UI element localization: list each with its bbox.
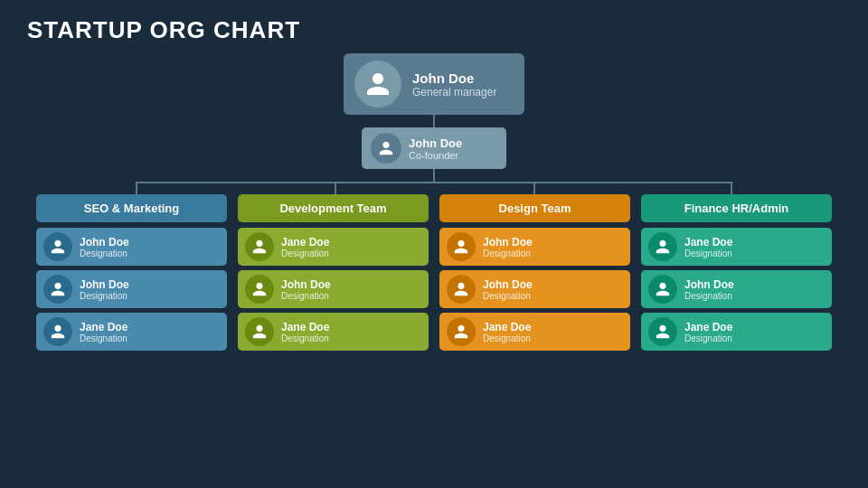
- emp-name-seo-0: John Doe: [80, 236, 129, 249]
- emp-icon-seo-1: [50, 281, 66, 297]
- person-icon-sm: [378, 140, 394, 156]
- dept-header-seo: SEO & Marketing: [36, 194, 227, 222]
- emp-name-seo-2: Jane Doe: [80, 321, 127, 333]
- emp-text-finance-1: John Doe Designation: [684, 278, 734, 301]
- second-node-text: John Doe Co-founder: [409, 136, 462, 161]
- emp-desig-dev-1: Designation: [281, 291, 331, 301]
- page: STARTUP ORG CHART John Doe General manag…: [0, 0, 868, 488]
- emp-icon-seo-2: [50, 324, 66, 340]
- emp-card-dev-1: John Doe Designation: [238, 270, 429, 308]
- emp-card-design-1: John Doe Designation: [439, 270, 630, 308]
- emp-icon-dev-2: [251, 324, 268, 340]
- emp-icon-design-1: [453, 281, 469, 297]
- emp-desig-dev-2: Designation: [281, 333, 329, 343]
- emp-name-design-1: John Doe: [483, 278, 533, 291]
- h-connector-row: [36, 182, 832, 194]
- second-node: John Doe Co-founder: [362, 127, 506, 169]
- dept-header-dev: Development Team: [238, 194, 429, 222]
- v-drop-4: [731, 182, 732, 194]
- emp-desig-design-0: Designation: [483, 249, 533, 258]
- emp-avatar-design-2: [447, 317, 476, 346]
- emp-card-design-2: Jane Doe Designation: [439, 313, 630, 351]
- top-node: John Doe General manager: [344, 53, 524, 115]
- emp-desig-finance-2: Designation: [684, 333, 732, 343]
- emp-text-design-1: John Doe Designation: [483, 278, 533, 301]
- emp-avatar-dev-2: [245, 317, 274, 346]
- emp-text-design-2: Jane Doe Designation: [483, 321, 531, 343]
- dept-row: SEO & Marketing John Doe Designation: [36, 194, 832, 355]
- emp-avatar-design-0: [447, 232, 476, 261]
- v-drop-2: [335, 182, 336, 194]
- emp-icon-design-2: [453, 324, 469, 340]
- emp-name-dev-0: Jane Doe: [281, 236, 329, 249]
- second-node-name: John Doe: [409, 136, 462, 150]
- emp-desig-design-2: Designation: [483, 333, 531, 343]
- emp-icon-seo-0: [50, 239, 66, 255]
- dept-header-design: Design Team: [439, 194, 630, 222]
- emp-name-finance-0: Jane Doe: [684, 236, 732, 249]
- emp-card-design-0: John Doe Designation: [439, 228, 630, 266]
- emp-text-finance-0: Jane Doe Designation: [684, 236, 732, 258]
- emp-desig-seo-0: Designation: [80, 249, 129, 258]
- dept-header-finance: Finance HR/Admin: [641, 194, 832, 222]
- emp-text-dev-0: Jane Doe Designation: [281, 236, 329, 258]
- emp-text-seo-1: John Doe Designation: [80, 278, 129, 301]
- emp-name-design-0: John Doe: [483, 236, 533, 249]
- emp-name-finance-2: Jane Doe: [684, 321, 732, 333]
- emp-card-finance-0: Jane Doe Designation: [641, 228, 832, 266]
- emp-icon-finance-2: [655, 324, 671, 340]
- emp-desig-seo-1: Designation: [80, 291, 129, 301]
- emp-text-design-0: John Doe Designation: [483, 236, 533, 258]
- person-icon-lg: [364, 70, 392, 98]
- emp-desig-seo-2: Designation: [80, 333, 127, 343]
- page-title: STARTUP ORG CHART: [27, 16, 841, 44]
- top-avatar: [354, 61, 401, 108]
- emp-avatar-dev-1: [245, 275, 274, 304]
- emp-card-finance-2: Jane Doe Designation: [641, 313, 832, 351]
- second-avatar: [371, 133, 401, 164]
- emp-icon-dev-1: [251, 281, 268, 297]
- emp-avatar-finance-0: [648, 232, 677, 261]
- emp-name-finance-1: John Doe: [684, 278, 734, 291]
- top-node-role: General manager: [412, 86, 496, 99]
- emp-card-dev-2: Jane Doe Designation: [238, 313, 429, 351]
- top-node-name: John Doe: [412, 70, 496, 86]
- emp-avatar-seo-1: [43, 275, 72, 304]
- emp-name-dev-2: Jane Doe: [281, 321, 329, 333]
- top-section: John Doe General manager John Doe Co-fou…: [344, 53, 524, 182]
- emp-text-dev-1: John Doe Designation: [281, 278, 331, 301]
- dept-col-design: Design Team John Doe Designation J: [439, 194, 630, 355]
- emp-card-dev-0: Jane Doe Designation: [238, 228, 429, 266]
- emp-text-seo-2: Jane Doe Designation: [80, 321, 127, 343]
- emp-avatar-design-1: [447, 275, 476, 304]
- dept-col-seo: SEO & Marketing John Doe Designation: [36, 194, 227, 355]
- emp-icon-design-0: [453, 239, 469, 255]
- emp-desig-dev-0: Designation: [281, 249, 329, 258]
- emp-desig-finance-0: Designation: [684, 249, 732, 258]
- emp-name-dev-1: John Doe: [281, 278, 331, 291]
- emp-avatar-finance-2: [648, 317, 677, 346]
- h-connector-line: [136, 182, 732, 183]
- emp-card-seo-2: Jane Doe Designation: [36, 313, 227, 351]
- top-node-text: John Doe General manager: [412, 70, 496, 99]
- emp-text-finance-2: Jane Doe Designation: [684, 321, 732, 343]
- emp-icon-finance-0: [655, 239, 671, 255]
- emp-avatar-dev-0: [245, 232, 274, 261]
- emp-icon-dev-0: [251, 239, 268, 255]
- emp-card-seo-0: John Doe Designation: [36, 228, 227, 266]
- dept-col-finance: Finance HR/Admin Jane Doe Designation: [641, 194, 832, 355]
- org-chart: John Doe General manager John Doe Co-fou…: [27, 53, 841, 472]
- second-node-role: Co-founder: [409, 150, 462, 161]
- dept-col-dev: Development Team Jane Doe Designation: [238, 194, 429, 355]
- emp-card-seo-1: John Doe Designation: [36, 270, 227, 308]
- v-drop-1: [136, 182, 137, 194]
- emp-card-finance-1: John Doe Designation: [641, 270, 832, 308]
- v-drop-3: [533, 182, 535, 194]
- emp-desig-finance-1: Designation: [684, 291, 734, 301]
- emp-name-design-2: Jane Doe: [483, 321, 531, 333]
- emp-text-dev-2: Jane Doe Designation: [281, 321, 329, 343]
- emp-avatar-finance-1: [648, 275, 677, 304]
- emp-avatar-seo-2: [43, 317, 72, 346]
- emp-text-seo-0: John Doe Designation: [80, 236, 129, 258]
- v-connector-1: [433, 115, 435, 127]
